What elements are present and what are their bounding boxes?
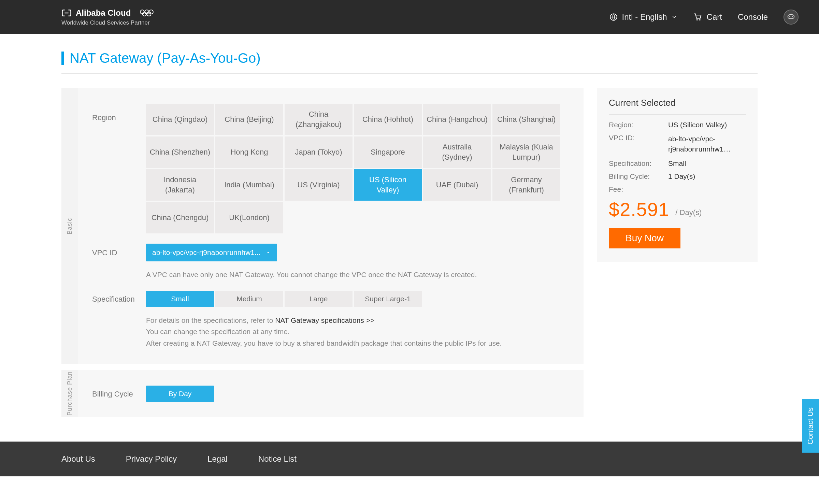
billing-value[interactable]: By Day — [146, 386, 214, 402]
basic-section: Basic Region China (Qingdao)China (Beiji… — [61, 88, 584, 364]
page-title: NAT Gateway (Pay-As-You-Go) — [70, 51, 260, 66]
buy-now-button[interactable]: Buy Now — [609, 228, 680, 248]
summary-row-vpc: VPC ID: ab-lto-vpc/vpc-rj9nabonrunnhw1… — [609, 134, 746, 155]
vpc-hint: A VPC can have only one NAT Gateway. You… — [146, 269, 563, 280]
summary-panel: Current Selected Region: US (Silicon Val… — [597, 88, 758, 262]
summary-spec-v: Small — [668, 159, 746, 168]
summary-row-region: Region: US (Silicon Valley) — [609, 121, 746, 129]
svg-rect-8 — [788, 15, 794, 19]
spec-option[interactable]: Medium — [215, 291, 283, 307]
footer-notice[interactable]: Notice List — [258, 454, 297, 464]
topbar: Alibaba Cloud Worldwide Cloud Services P… — [0, 0, 819, 34]
summary-price: $2.591 — [609, 198, 669, 220]
region-tile[interactable]: Japan (Tokyo) — [285, 136, 353, 168]
svg-point-10 — [792, 16, 793, 17]
region-tile[interactable]: US (Virginia) — [285, 169, 353, 201]
spec-label: Specification — [92, 291, 136, 304]
summary-region-v: US (Silicon Valley) — [668, 121, 746, 129]
summary-row-fee: Fee: — [609, 185, 746, 193]
olympic-rings-icon — [139, 9, 158, 17]
region-tile[interactable]: China (Shenzhen) — [146, 136, 214, 168]
caret-down-icon — [265, 250, 271, 255]
region-tile[interactable]: China (Shanghai) — [492, 104, 560, 135]
contact-us-button[interactable]: Contact Us — [802, 399, 819, 453]
footer-privacy[interactable]: Privacy Policy — [126, 454, 177, 464]
vpc-select[interactable]: ab-lto-vpc/vpc-rj9nabonrunnhw1... — [146, 244, 277, 261]
spec-hint-prefix: For details on the specifications, refer… — [146, 316, 275, 324]
spec-options: SmallMediumLargeSuper Large-1 — [146, 291, 563, 307]
region-tile[interactable]: Malaysia (Kuala Lumpur) — [492, 136, 560, 168]
console-link[interactable]: Console — [738, 12, 768, 22]
footer-legal[interactable]: Legal — [207, 454, 228, 464]
region-tile[interactable]: US (Silicon Valley) — [354, 169, 422, 201]
topbar-right: Intl - English Cart Console — [609, 10, 799, 25]
summary-fee-line: $2.591 / Day(s) — [609, 198, 746, 220]
spec-hint-link[interactable]: NAT Gateway specifications >> — [275, 316, 374, 324]
language-switcher[interactable]: Intl - English — [609, 12, 677, 22]
page-title-row: NAT Gateway (Pay-As-You-Go) — [61, 34, 758, 74]
cart-link[interactable]: Cart — [693, 12, 722, 22]
basic-sidetab: Basic — [61, 88, 78, 364]
region-tile[interactable]: Australia (Sydney) — [423, 136, 491, 168]
avatar[interactable] — [784, 10, 799, 25]
region-tile[interactable]: China (Zhangjiakou) — [285, 104, 353, 135]
vpc-selected-value: ab-lto-vpc/vpc-rj9nabonrunnhw1... — [152, 248, 261, 257]
purchase-section: Purchase Plan Billing Cycle By Day — [61, 370, 584, 417]
region-tiles: China (Qingdao)China (Beijing)China (Zha… — [146, 104, 563, 233]
brand-name: Alibaba Cloud — [76, 8, 131, 18]
svg-point-9 — [789, 16, 790, 17]
brand-divider — [135, 8, 135, 18]
summary-cycle-v: 1 Day(s) — [668, 172, 746, 181]
region-tile[interactable]: UAE (Dubai) — [423, 169, 491, 201]
summary-vpc-v: ab-lto-vpc/vpc-rj9nabonrunnhw1… — [668, 134, 746, 155]
region-tile[interactable]: UK(London) — [215, 202, 283, 233]
svg-point-7 — [699, 19, 701, 20]
footer-about[interactable]: About Us — [61, 454, 95, 464]
region-tile[interactable]: China (Hangzhou) — [423, 104, 491, 135]
region-tile[interactable]: China (Qingdao) — [146, 104, 214, 135]
summary-cycle-k: Billing Cycle: — [609, 172, 660, 181]
region-tile[interactable]: Germany (Frankfurt) — [492, 169, 560, 201]
summary-spec-k: Specification: — [609, 159, 660, 168]
chevron-down-icon — [671, 14, 677, 20]
region-label: Region — [92, 104, 136, 122]
console-label: Console — [738, 12, 768, 22]
avatar-icon — [786, 12, 796, 22]
brand-logo[interactable]: Alibaba Cloud — [61, 8, 158, 18]
region-tile[interactable]: Hong Kong — [215, 136, 283, 168]
summary-row-cycle: Billing Cycle: 1 Day(s) — [609, 172, 746, 181]
summary-unit: / Day(s) — [675, 208, 702, 217]
title-accent-bar — [61, 52, 64, 65]
region-tile[interactable]: Singapore — [354, 136, 422, 168]
region-tile[interactable]: China (Chengdu) — [146, 202, 214, 233]
spec-hint-2: You can change the specification at any … — [146, 328, 290, 335]
footer: About Us Privacy Policy Legal Notice Lis… — [0, 442, 819, 476]
spec-option[interactable]: Large — [285, 291, 353, 307]
spec-hint: For details on the specifications, refer… — [146, 315, 563, 349]
summary-row-spec: Specification: Small — [609, 159, 746, 168]
svg-point-6 — [696, 19, 698, 20]
cart-icon — [693, 12, 703, 22]
summary-title: Current Selected — [609, 98, 746, 115]
billing-label: Billing Cycle — [92, 386, 136, 399]
region-tile[interactable]: China (Beijing) — [215, 104, 283, 135]
basic-sidetab-label: Basic — [66, 218, 73, 234]
language-label: Intl - English — [622, 12, 667, 22]
spec-hint-3: After creating a NAT Gateway, you have t… — [146, 339, 502, 347]
brand-sub: Worldwide Cloud Services Partner — [61, 19, 158, 26]
alibaba-logo-icon — [61, 8, 72, 18]
region-tile[interactable]: Indonesia (Jakarta) — [146, 169, 214, 201]
purchase-sidetab-label: Purchase Plan — [66, 371, 73, 416]
brand: Alibaba Cloud Worldwide Cloud Services P… — [61, 8, 158, 26]
summary-fee-k: Fee: — [609, 185, 660, 193]
vpc-label: VPC ID — [92, 244, 136, 257]
summary-region-k: Region: — [609, 121, 660, 129]
region-tile[interactable]: China (Hohhot) — [354, 104, 422, 135]
region-tile[interactable]: India (Mumbai) — [215, 169, 283, 201]
summary-vpc-k: VPC ID: — [609, 134, 660, 155]
globe-icon — [609, 13, 618, 21]
purchase-sidetab: Purchase Plan — [61, 370, 78, 417]
cart-label: Cart — [707, 12, 722, 22]
spec-option[interactable]: Super Large-1 — [354, 291, 422, 307]
spec-option[interactable]: Small — [146, 291, 214, 307]
